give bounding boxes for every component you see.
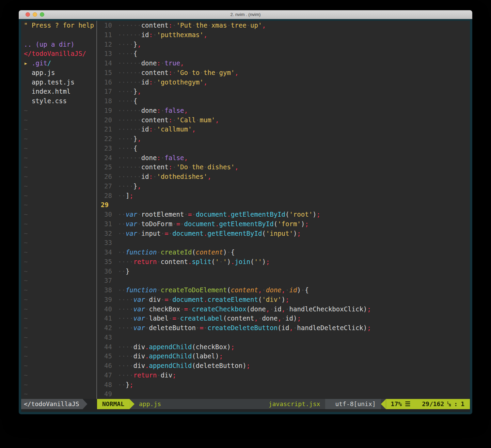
line-number: 36 (97, 267, 118, 276)
code-line[interactable]: 39····var·div·=·document.createElement('… (97, 295, 470, 305)
code-line[interactable]: 24······done:·false, (97, 153, 470, 163)
line-number: 40 (97, 305, 118, 314)
code-line[interactable]: 28··]; (97, 191, 470, 201)
line-number: 11 (97, 30, 118, 40)
code-text: ····var·div·=·document.createElement('di… (118, 296, 289, 303)
code-line[interactable]: 35····return·content.split('·').join('')… (97, 257, 470, 267)
code-text: ····var·label·=·createLabel(content,·don… (118, 314, 301, 322)
code-line[interactable]: 48··}; (97, 380, 470, 390)
tree-dir-git[interactable]: ▸ .git/ (24, 59, 96, 68)
line-number: 10 (97, 21, 118, 30)
code-line[interactable]: 49 (97, 389, 470, 399)
code-editor[interactable]: 10······content:·'Put·the·xmas·tree·up',… (97, 21, 470, 399)
empty-line-tilde: ~ (24, 248, 96, 257)
code-text: ····{ (118, 50, 137, 57)
code-line[interactable]: 12····}, (97, 40, 470, 49)
empty-line-tilde: ~ (24, 295, 96, 305)
line-number: 33 (97, 238, 118, 248)
line-number: 48 (97, 380, 118, 390)
tree-file-index-html[interactable]: index.html (24, 87, 96, 96)
tree-up-dir[interactable]: .. (up a dir) (24, 40, 96, 49)
command-line[interactable] (21, 409, 470, 412)
code-line[interactable]: 21······id:·'callmum', (97, 125, 470, 134)
code-line[interactable]: 33 (97, 238, 470, 248)
line-number: 32 (97, 229, 118, 238)
line-number: 13 (97, 49, 118, 59)
empty-line-tilde: ~ (24, 361, 96, 371)
code-text: ······content:·'Do·the·dishes', (118, 163, 239, 171)
line-number: 30 (97, 210, 118, 219)
line-number: 26 (97, 172, 118, 182)
tree-file-app-js[interactable]: app.js (24, 68, 96, 78)
line-number: 49 (97, 389, 118, 399)
line-number: 17 (97, 87, 118, 96)
code-line[interactable]: 30··var·rootElement·=·document.getElemen… (97, 210, 470, 219)
empty-line-tilde: ~ (24, 219, 96, 229)
code-text: ····return·content.split('·').join(''); (118, 258, 270, 265)
code-line[interactable]: 16······id:·'gotothegym', (97, 78, 470, 87)
code-line[interactable]: 17····}, (97, 87, 470, 96)
code-line[interactable]: 36··} (97, 267, 470, 276)
code-text: ··var·rootElement·=·document.getElementB… (118, 211, 320, 218)
powerline-separator-icon (259, 399, 264, 409)
code-line[interactable]: 18····{ (97, 96, 470, 106)
tree-help-line[interactable]: " Press ? for help (24, 21, 96, 30)
line-number: 14 (97, 59, 118, 68)
code-line[interactable]: 31··var·toDoForm·=·document.getElementBy… (97, 219, 470, 229)
status-position-segment: 17% ☰ 29/162 LN : 1 (386, 399, 470, 409)
code-line[interactable]: 20······content:·'Call·mum', (97, 115, 470, 125)
code-line[interactable]: 42····var·deleteButton·=·createDeleteBut… (97, 323, 470, 333)
empty-line-tilde: ~ (24, 380, 96, 390)
code-line[interactable]: 23····{ (97, 144, 470, 153)
empty-line-tilde: ~ (24, 134, 96, 144)
empty-line-tilde: ~ (24, 229, 96, 238)
code-line[interactable]: 40····var·checkBox·=·createCheckbox(done… (97, 305, 470, 314)
code-line[interactable]: 41····var·label·=·createLabel(content,·d… (97, 314, 470, 323)
line-number: 23 (97, 144, 118, 153)
minimize-window-icon[interactable] (33, 12, 37, 17)
code-line[interactable]: 13····{ (97, 49, 470, 59)
close-window-icon[interactable] (26, 12, 30, 17)
empty-line-tilde: ~ (24, 210, 96, 219)
code-text: ··}; (118, 381, 133, 388)
file-tree[interactable]: " Press ? for help.. (up a dir)</todoVan… (21, 21, 96, 399)
tree-blank-line[interactable] (24, 30, 96, 40)
status-colon: : (454, 399, 458, 409)
code-line[interactable]: 22····}, (97, 134, 470, 144)
tree-file-style-css[interactable]: style.css (24, 96, 96, 106)
empty-line-tilde: ~ (24, 342, 96, 352)
code-line[interactable]: 29 (97, 200, 470, 210)
code-text: ····}, (118, 182, 141, 190)
code-line[interactable]: 34··function·createId(content)·{ (97, 248, 470, 257)
code-text: ··function·createToDoElement(content,·do… (118, 286, 309, 294)
empty-line-tilde: ~ (24, 276, 96, 285)
code-line[interactable]: 43 (97, 333, 470, 342)
empty-line-tilde: ~ (24, 153, 96, 163)
code-line[interactable]: 10······content:·'Put·the·xmas·tree·up', (97, 21, 470, 30)
code-text: ······done:·true, (118, 59, 184, 67)
window-titlebar[interactable]: 2. nvim . (nvim) (19, 10, 472, 19)
code-line[interactable]: 38··function·createToDoElement(content,·… (97, 285, 470, 295)
tree-status-segment: </todoVanillaJS (21, 399, 97, 409)
tree-root[interactable]: </todoVanillaJS/ (24, 49, 96, 59)
empty-line-tilde: ~ (24, 144, 96, 153)
code-line[interactable]: 47····return·div; (97, 371, 470, 380)
code-text: ··var·toDoForm·=·document.getElementById… (118, 220, 309, 228)
code-line[interactable]: 27····}, (97, 182, 470, 191)
tree-file-app-test-js[interactable]: app.test.js (24, 78, 96, 87)
code-text: ····return·div; (118, 371, 176, 379)
code-line[interactable]: 45····div.appendChild(label); (97, 352, 470, 361)
menu-icon: ☰ (405, 399, 410, 409)
code-line[interactable]: 15······content:·'Go·to·the·gym', (97, 68, 470, 78)
zoom-window-icon[interactable] (40, 12, 44, 17)
line-number: 47 (97, 371, 118, 380)
code-line[interactable]: 14······done:·true, (97, 59, 470, 68)
code-line[interactable]: 32··var·input·=·document.getElementById(… (97, 229, 470, 238)
code-line[interactable]: 46····div.appendChild(deleteButton); (97, 361, 470, 371)
code-line[interactable]: 19······done:·false, (97, 106, 470, 115)
code-line[interactable]: 25······content:·'Do·the·dishes', (97, 163, 470, 172)
code-line[interactable]: 37 (97, 276, 470, 285)
code-line[interactable]: 44····div.appendChild(checkBox); (97, 342, 470, 352)
code-line[interactable]: 11······id:·'putthexmas', (97, 30, 470, 40)
code-line[interactable]: 26······id:·'dothedishes', (97, 172, 470, 182)
